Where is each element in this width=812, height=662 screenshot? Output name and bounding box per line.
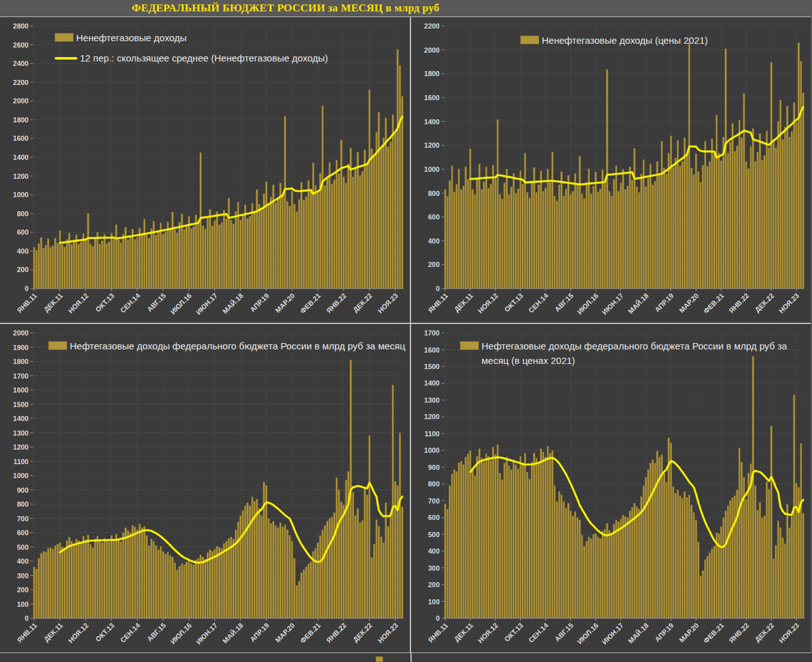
svg-text:СЕН.14: СЕН.14 [119, 621, 141, 644]
svg-text:600: 600 [17, 228, 29, 236]
svg-text:ОКТ.13: ОКТ.13 [94, 292, 115, 313]
chart-non-oil-gas-real: 0200400600800100012001400160018002000220… [411, 17, 811, 323]
svg-text:200: 200 [428, 581, 440, 588]
svg-text:2200: 2200 [13, 79, 29, 86]
svg-text:1000: 1000 [424, 446, 440, 454]
svg-text:2000: 2000 [13, 97, 29, 105]
svg-text:ЯНВ.11: ЯНВ.11 [427, 292, 450, 315]
svg-text:1400: 1400 [424, 379, 440, 387]
svg-text:200: 200 [17, 586, 29, 594]
svg-text:800: 800 [17, 500, 29, 508]
svg-text:1500: 1500 [424, 363, 440, 370]
svg-text:1000: 1000 [13, 472, 29, 479]
svg-text:СЕН.14: СЕН.14 [527, 291, 550, 314]
svg-text:НОЯ.12: НОЯ.12 [476, 621, 499, 644]
svg-text:ФЕВ.21: ФЕВ.21 [299, 292, 322, 315]
svg-text:400: 400 [17, 557, 29, 565]
svg-text:1400: 1400 [424, 118, 440, 126]
svg-text:700: 700 [428, 497, 440, 505]
svg-text:ЯНВ.22: ЯНВ.22 [728, 292, 750, 315]
page-title: ФЕДЕРАЛЬНЫЙ БЮДЖЕТ РОССИИ за МЕСЯЦ в млр… [132, 2, 440, 15]
next-row-cropped-edge [0, 653, 812, 662]
svg-text:ИЮЛ.16: ИЮЛ.16 [575, 292, 599, 316]
svg-text:1500: 1500 [13, 401, 29, 408]
svg-text:НОЯ.23: НОЯ.23 [376, 292, 399, 315]
panel-non-oil-gas-real: 0200400600800100012001400160018002000220… [411, 17, 811, 323]
svg-text:1200: 1200 [13, 443, 29, 451]
svg-text:СЕН.14: СЕН.14 [119, 291, 141, 314]
svg-text:1800: 1800 [13, 116, 29, 124]
svg-text:ЯНВ.11: ЯНВ.11 [16, 621, 39, 644]
svg-text:1100: 1100 [13, 458, 29, 465]
svg-text:МАЙ.18: МАЙ.18 [627, 292, 650, 315]
svg-text:НОЯ.12: НОЯ.12 [67, 621, 89, 644]
svg-text:1700: 1700 [13, 372, 29, 380]
page: ФЕДЕРАЛЬНЫЙ БЮДЖЕТ РОССИИ за МЕСЯЦ в млр… [0, 0, 812, 662]
svg-text:600: 600 [428, 514, 440, 521]
svg-text:1400: 1400 [13, 153, 29, 161]
svg-text:СЕН.14: СЕН.14 [527, 621, 550, 644]
cropped-legend-swatch-icon [376, 656, 383, 662]
svg-text:400: 400 [428, 547, 440, 555]
svg-text:ЯНВ.22: ЯНВ.22 [325, 621, 348, 644]
svg-text:ФЕВ.21: ФЕВ.21 [702, 292, 725, 315]
svg-text:ЯНВ.22: ЯНВ.22 [728, 621, 750, 644]
svg-text:ЯНВ.11: ЯНВ.11 [427, 621, 450, 644]
svg-text:0: 0 [436, 285, 440, 292]
svg-text:400: 400 [428, 237, 440, 245]
svg-text:1800: 1800 [13, 358, 29, 365]
svg-text:ДЕК.11: ДЕК.11 [43, 621, 64, 643]
svg-text:0: 0 [436, 614, 440, 622]
svg-text:300: 300 [17, 572, 29, 580]
svg-text:600: 600 [17, 529, 29, 536]
svg-text:1200: 1200 [424, 413, 440, 420]
svg-text:1400: 1400 [13, 415, 29, 422]
svg-text:900: 900 [428, 464, 440, 471]
svg-text:1600: 1600 [13, 386, 29, 394]
svg-text:ИЮЛ.16: ИЮЛ.16 [169, 621, 193, 646]
svg-text:1600: 1600 [424, 346, 440, 354]
panel-divider [410, 653, 412, 662]
svg-text:МАР.20: МАР.20 [273, 292, 296, 314]
svg-text:ДЕК.11: ДЕК.11 [43, 292, 64, 313]
panel-non-oil-gas-nominal: 0200400600800100012001400160018002000220… [0, 17, 410, 323]
svg-text:МАЙ.18: МАЙ.18 [221, 621, 245, 645]
svg-text:АВГ.15: АВГ.15 [146, 621, 167, 643]
svg-text:АВГ.15: АВГ.15 [553, 292, 575, 313]
svg-text:ЯНВ.22: ЯНВ.22 [325, 292, 348, 315]
svg-text:ОКТ.13: ОКТ.13 [503, 292, 525, 313]
svg-text:ДЕК.11: ДЕК.11 [452, 621, 474, 643]
svg-text:800: 800 [428, 480, 440, 488]
svg-text:ДЕК.22: ДЕК.22 [351, 621, 374, 644]
svg-text:1800: 1800 [424, 70, 440, 77]
svg-text:АВГ.15: АВГ.15 [146, 292, 167, 313]
svg-text:ИЮН.17: ИЮН.17 [600, 621, 625, 646]
svg-text:АПР.19: АПР.19 [249, 621, 270, 643]
svg-text:300: 300 [428, 564, 440, 572]
svg-text:600: 600 [428, 213, 440, 221]
svg-text:МАЙ.18: МАЙ.18 [221, 292, 245, 315]
svg-text:100: 100 [428, 598, 440, 606]
svg-text:2400: 2400 [13, 60, 29, 67]
svg-text:400: 400 [17, 247, 29, 255]
svg-text:1700: 1700 [424, 329, 440, 337]
svg-text:АПР.19: АПР.19 [653, 621, 675, 643]
chart-oil-gas-real: 0100200300400500600700800900100011001200… [411, 324, 811, 652]
svg-text:ИЮН.17: ИЮН.17 [194, 621, 219, 646]
svg-text:1100: 1100 [424, 430, 440, 438]
svg-text:1300: 1300 [13, 429, 29, 437]
svg-text:100: 100 [17, 600, 29, 608]
svg-text:ИЮН.17: ИЮН.17 [194, 292, 219, 316]
svg-text:1600: 1600 [13, 134, 29, 142]
svg-text:АПР.19: АПР.19 [249, 292, 270, 313]
svg-text:ЯНВ.11: ЯНВ.11 [16, 292, 39, 315]
svg-text:700: 700 [17, 515, 29, 522]
svg-text:2000: 2000 [424, 46, 440, 54]
svg-text:МАЙ.18: МАЙ.18 [627, 621, 650, 645]
svg-text:2800: 2800 [13, 22, 29, 30]
svg-text:ДЕК.22: ДЕК.22 [754, 621, 776, 644]
svg-text:500: 500 [428, 531, 440, 538]
svg-text:АВГ.15: АВГ.15 [553, 621, 575, 643]
svg-text:ФЕВ.21: ФЕВ.21 [299, 621, 322, 645]
svg-text:1300: 1300 [424, 396, 440, 404]
